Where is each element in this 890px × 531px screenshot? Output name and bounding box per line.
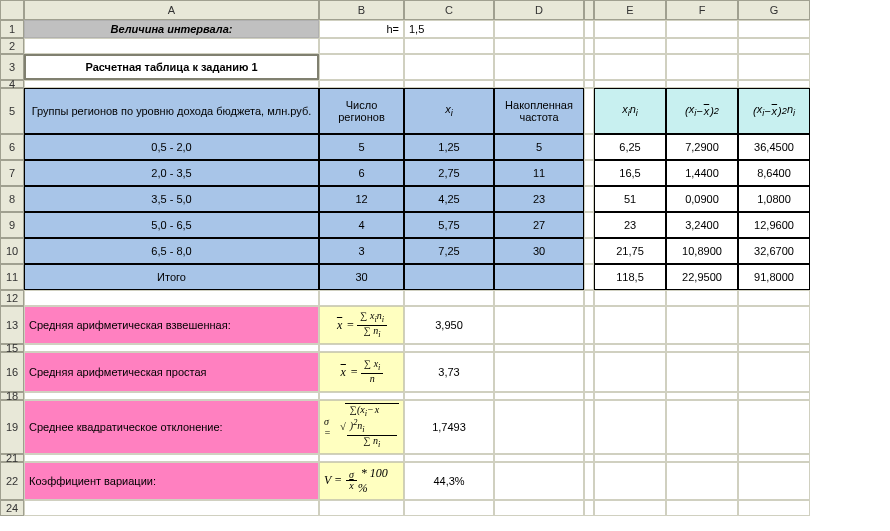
cell-B3[interactable] bbox=[319, 54, 404, 80]
cell-B15[interactable] bbox=[319, 344, 404, 352]
cell-G2[interactable] bbox=[738, 38, 810, 54]
cell-F12[interactable] bbox=[666, 290, 738, 306]
table-cell[interactable]: 1,25 bbox=[404, 134, 494, 160]
cell-D3[interactable] bbox=[494, 54, 584, 80]
table-cell[interactable]: 6 bbox=[319, 160, 404, 186]
table-cell[interactable]: 1,4400 bbox=[666, 160, 738, 186]
cv-label[interactable]: Коэффициент вариации: bbox=[24, 462, 319, 500]
cell-A21[interactable] bbox=[24, 454, 319, 462]
cell-C2[interactable] bbox=[404, 38, 494, 54]
cell-C15[interactable] bbox=[404, 344, 494, 352]
th-cum[interactable]: Накопленная частота bbox=[494, 88, 584, 134]
cell-E2[interactable] bbox=[594, 38, 666, 54]
cell-E4[interactable] bbox=[594, 80, 666, 88]
table-cell[interactable]: 5,75 bbox=[404, 212, 494, 238]
cell-A2[interactable] bbox=[24, 38, 319, 54]
row-header-10[interactable]: 10 bbox=[0, 238, 24, 264]
cell-G3[interactable] bbox=[738, 54, 810, 80]
cell-F15[interactable] bbox=[666, 344, 738, 352]
cell-E22[interactable] bbox=[594, 462, 666, 500]
cell-D1[interactable] bbox=[494, 20, 584, 38]
h-label[interactable]: h= bbox=[319, 20, 404, 38]
row-header-3[interactable]: 3 bbox=[0, 54, 24, 80]
table-cell[interactable]: 12,9600 bbox=[738, 212, 810, 238]
cell-E16[interactable] bbox=[594, 352, 666, 392]
cell-C4[interactable] bbox=[404, 80, 494, 88]
total-dev2[interactable]: 22,9500 bbox=[666, 264, 738, 290]
th-xi[interactable]: xi bbox=[404, 88, 494, 134]
cell-G4[interactable] bbox=[738, 80, 810, 88]
col-header-C[interactable]: C bbox=[404, 0, 494, 20]
table-cell[interactable]: 3,2400 bbox=[666, 212, 738, 238]
total-xini[interactable]: 118,5 bbox=[594, 264, 666, 290]
table-cell[interactable]: 7,2900 bbox=[666, 134, 738, 160]
row-header-8[interactable]: 8 bbox=[0, 186, 24, 212]
cell-E24[interactable] bbox=[594, 500, 666, 516]
cell-C3[interactable] bbox=[404, 54, 494, 80]
row-header-7[interactable]: 7 bbox=[0, 160, 24, 186]
table-cell[interactable]: 0,0900 bbox=[666, 186, 738, 212]
th-groups[interactable]: Группы регионов по уровню дохода бюджета… bbox=[24, 88, 319, 134]
cell-C12[interactable] bbox=[404, 290, 494, 306]
cell-G18[interactable] bbox=[738, 392, 810, 400]
col-header-A[interactable]: A bbox=[24, 0, 319, 20]
col-header-F[interactable]: F bbox=[666, 0, 738, 20]
cell-A15[interactable] bbox=[24, 344, 319, 352]
row-header-22[interactable]: 22 bbox=[0, 462, 24, 500]
table-cell[interactable]: 5 bbox=[494, 134, 584, 160]
row-header-18[interactable]: 18 bbox=[0, 392, 24, 400]
cell-B21[interactable] bbox=[319, 454, 404, 462]
table-cell[interactable]: 36,4500 bbox=[738, 134, 810, 160]
cell-D19[interactable] bbox=[494, 400, 584, 454]
cv-value[interactable]: 44,3% bbox=[404, 462, 494, 500]
cell-F18[interactable] bbox=[666, 392, 738, 400]
cell-G16[interactable] bbox=[738, 352, 810, 392]
cell-D22[interactable] bbox=[494, 462, 584, 500]
cell-E18[interactable] bbox=[594, 392, 666, 400]
cell-D13[interactable] bbox=[494, 306, 584, 344]
stddev-value[interactable]: 1,7493 bbox=[404, 400, 494, 454]
cell-C11[interactable] bbox=[404, 264, 494, 290]
cell-D11[interactable] bbox=[494, 264, 584, 290]
cell-F13[interactable] bbox=[666, 306, 738, 344]
col-header-G[interactable]: G bbox=[738, 0, 810, 20]
row-header-5[interactable]: 5 bbox=[0, 88, 24, 134]
cell-G21[interactable] bbox=[738, 454, 810, 462]
cell-F21[interactable] bbox=[666, 454, 738, 462]
table-cell[interactable]: 23 bbox=[594, 212, 666, 238]
total-label[interactable]: Итого bbox=[24, 264, 319, 290]
table-cell[interactable]: 2,75 bbox=[404, 160, 494, 186]
col-header-E[interactable]: E bbox=[594, 0, 666, 20]
cell-A12[interactable] bbox=[24, 290, 319, 306]
cell-F16[interactable] bbox=[666, 352, 738, 392]
cell-G13[interactable] bbox=[738, 306, 810, 344]
cell-A18[interactable] bbox=[24, 392, 319, 400]
th-xini[interactable]: xini bbox=[594, 88, 666, 134]
cell-B12[interactable] bbox=[319, 290, 404, 306]
table-cell[interactable]: 51 bbox=[594, 186, 666, 212]
row-header-21[interactable]: 21 bbox=[0, 454, 24, 462]
table-cell[interactable]: 21,75 bbox=[594, 238, 666, 264]
row-header-13[interactable]: 13 bbox=[0, 306, 24, 344]
table-cell[interactable]: 27 bbox=[494, 212, 584, 238]
table-cell[interactable]: 5 bbox=[319, 134, 404, 160]
mean-weighted-value[interactable]: 3,950 bbox=[404, 306, 494, 344]
total-n[interactable]: 30 bbox=[319, 264, 404, 290]
row-header-15[interactable]: 15 bbox=[0, 344, 24, 352]
row-header-2[interactable]: 2 bbox=[0, 38, 24, 54]
table-cell[interactable]: 4,25 bbox=[404, 186, 494, 212]
cell-C24[interactable] bbox=[404, 500, 494, 516]
th-count[interactable]: Число регионов bbox=[319, 88, 404, 134]
mean-simple-label[interactable]: Средняя арифметическая простая bbox=[24, 352, 319, 392]
table-title[interactable]: Расчетная таблица к заданию 1 bbox=[24, 54, 319, 80]
cell-D24[interactable] bbox=[494, 500, 584, 516]
table-cell[interactable]: 23 bbox=[494, 186, 584, 212]
th-dev2[interactable]: (xi − x)2 bbox=[666, 88, 738, 134]
interval-title[interactable]: Величина интервала: bbox=[24, 20, 319, 38]
cell-F4[interactable] bbox=[666, 80, 738, 88]
table-cell[interactable]: 32,6700 bbox=[738, 238, 810, 264]
cell-A24[interactable] bbox=[24, 500, 319, 516]
total-dev2n[interactable]: 91,8000 bbox=[738, 264, 810, 290]
stddev-label[interactable]: Среднее квадратическое отклонение: bbox=[24, 400, 319, 454]
cell-G15[interactable] bbox=[738, 344, 810, 352]
